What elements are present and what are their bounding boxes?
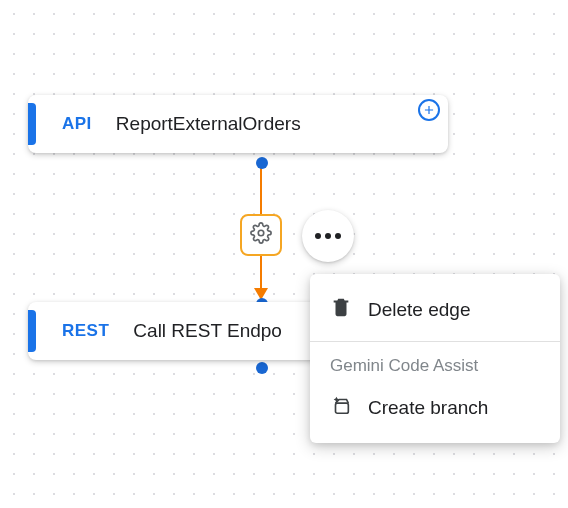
trash-icon [330,296,352,323]
node-type-label: REST [62,321,109,341]
menu-divider [310,341,560,342]
edge-settings-button[interactable] [240,214,282,256]
edge-segment [260,168,262,216]
node-type-label: API [62,114,92,134]
menu-item-create-branch[interactable]: Create branch [310,380,560,435]
node-accent-bar [28,103,36,145]
svg-point-0 [258,230,264,236]
trigger-node[interactable]: API ReportExternalOrders [28,95,448,153]
more-icon [325,233,331,239]
edge-segment [260,256,262,292]
more-icon [335,233,341,239]
edge-context-menu: Delete edge Gemini Code Assist Create br… [310,274,560,443]
add-icon[interactable] [418,99,440,121]
edge-overflow-button[interactable] [302,210,354,262]
node-output-port[interactable] [256,157,268,169]
svg-rect-1 [336,403,349,413]
gear-icon [250,222,272,248]
node-title: ReportExternalOrders [116,113,301,135]
node-accent-bar [28,310,36,352]
menu-section-label: Gemini Code Assist [310,346,560,380]
node-output-port[interactable] [256,362,268,374]
menu-item-delete-edge[interactable]: Delete edge [310,282,560,337]
node-title: Call REST Endpo [133,320,282,342]
sparkle-icon [330,394,352,421]
menu-item-label: Create branch [368,397,488,419]
menu-item-label: Delete edge [368,299,470,321]
more-icon [315,233,321,239]
